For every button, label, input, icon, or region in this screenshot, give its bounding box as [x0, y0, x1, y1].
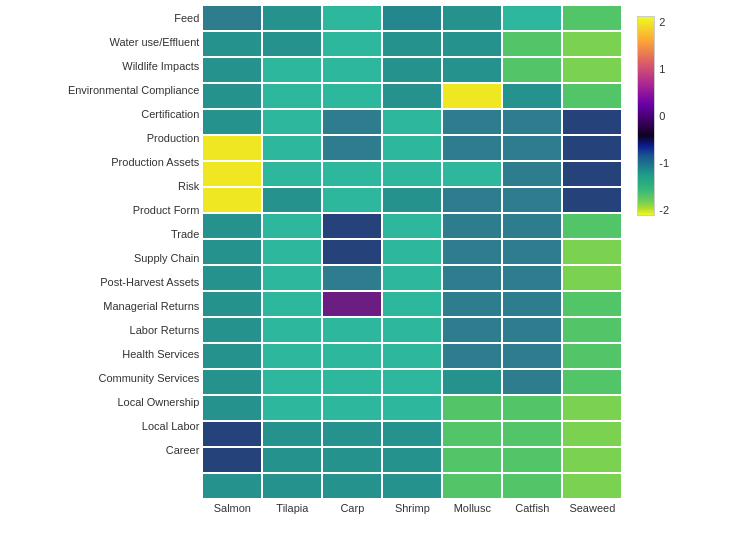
legend-mid1: 1 — [659, 63, 669, 75]
heatmap-cell — [443, 474, 501, 498]
heatmap-cell — [263, 6, 321, 30]
heatmap-cell — [383, 370, 441, 394]
heatmap-cell — [443, 188, 501, 212]
heatmap-cell — [563, 188, 621, 212]
heatmap-cell — [203, 136, 261, 160]
heatmap-cell — [563, 474, 621, 498]
heatmap-cell — [563, 370, 621, 394]
heatmap-cell — [383, 422, 441, 446]
heatmap-cell — [563, 136, 621, 160]
heatmap-cell — [563, 58, 621, 82]
heatmap-cell — [563, 266, 621, 290]
heatmap-cell — [323, 240, 381, 264]
heatmap-cell — [203, 84, 261, 108]
heatmap-cell — [203, 396, 261, 420]
heatmap-cell — [263, 32, 321, 56]
heatmap-cell — [503, 448, 561, 472]
row-label: Production — [68, 126, 199, 150]
heatmap-cell — [263, 344, 321, 368]
heatmap-cell — [383, 136, 441, 160]
col-label: Carp — [323, 502, 381, 514]
heatmap-cell — [383, 162, 441, 186]
heatmap-cell — [503, 318, 561, 342]
chart-container: FeedWater use/EffluentWildlife ImpactsEn… — [68, 0, 669, 540]
heatmap-cell — [263, 188, 321, 212]
heatmap-cell — [203, 292, 261, 316]
heatmap-cell — [563, 214, 621, 238]
heatmap-cell — [323, 396, 381, 420]
heatmap-cell — [263, 214, 321, 238]
heatmap-cell — [503, 474, 561, 498]
heatmap-cell — [563, 344, 621, 368]
heatmap-cell — [383, 240, 441, 264]
heatmap-cell — [563, 32, 621, 56]
row-labels: FeedWater use/EffluentWildlife ImpactsEn… — [68, 6, 203, 462]
heatmap-cell — [563, 448, 621, 472]
row-label: Environmental Compliance — [68, 78, 199, 102]
row-label: Post-Harvest Assets — [68, 270, 199, 294]
legend-max: 2 — [659, 16, 669, 28]
col-label: Tilapia — [263, 502, 321, 514]
heatmap-cell — [563, 6, 621, 30]
heatmap-cell — [263, 318, 321, 342]
row-label: Supply Chain — [68, 246, 199, 270]
heatmap-cell — [443, 448, 501, 472]
heatmap-cell — [383, 344, 441, 368]
heatmap-cell — [503, 188, 561, 212]
row-label: Local Ownership — [68, 390, 199, 414]
heatmap-cell — [203, 32, 261, 56]
heatmap-cell — [503, 136, 561, 160]
heatmap-cell — [503, 110, 561, 134]
heatmap-cell — [503, 214, 561, 238]
heatmap-cell — [203, 214, 261, 238]
heatmap-cell — [203, 266, 261, 290]
heatmap-cell — [563, 84, 621, 108]
row-label: Wildlife Impacts — [68, 54, 199, 78]
row-label: Certification — [68, 102, 199, 126]
heatmap-cell — [323, 136, 381, 160]
heatmap-cell — [263, 136, 321, 160]
heatmap-cell — [203, 318, 261, 342]
heatmap-cell — [383, 188, 441, 212]
heatmap-cell — [443, 6, 501, 30]
row-label: Health Services — [68, 342, 199, 366]
heatmap-cell — [323, 474, 381, 498]
col-label: Shrimp — [383, 502, 441, 514]
col-label: Salmon — [203, 502, 261, 514]
heatmap-cell — [383, 214, 441, 238]
row-label: Trade — [68, 222, 199, 246]
heatmap-cell — [383, 474, 441, 498]
legend-min: -2 — [659, 204, 669, 216]
heatmap-cell — [503, 58, 561, 82]
heatmap-cell — [383, 6, 441, 30]
col-labels: SalmonTilapiaCarpShrimpMolluscCatfishSea… — [203, 502, 623, 514]
heatmap-cell — [263, 240, 321, 264]
heatmap-cell — [443, 136, 501, 160]
heatmap-cell — [383, 110, 441, 134]
heatmap-cell — [203, 58, 261, 82]
heatmap-cell — [383, 266, 441, 290]
row-label: Water use/Effluent — [68, 30, 199, 54]
heatmap-cell — [503, 344, 561, 368]
heatmap-cell — [263, 162, 321, 186]
heatmap-cell — [383, 448, 441, 472]
heatmap-cell — [263, 84, 321, 108]
heatmap-cell — [323, 344, 381, 368]
heatmap-cell — [563, 162, 621, 186]
heatmap-cell — [263, 370, 321, 394]
legend-mid2: 0 — [659, 110, 669, 122]
heatmap-cell — [563, 318, 621, 342]
heatmap-cell — [323, 370, 381, 394]
heatmap-cell — [263, 474, 321, 498]
row-label: Managerial Returns — [68, 294, 199, 318]
heatmap-cell — [323, 58, 381, 82]
heatmap-cell — [563, 110, 621, 134]
heatmap-cell — [263, 266, 321, 290]
heatmap-cell — [203, 344, 261, 368]
heatmap-cell — [323, 32, 381, 56]
heatmap-cell — [263, 110, 321, 134]
legend-mid3: -1 — [659, 157, 669, 169]
row-label: Local Labor — [68, 414, 199, 438]
heatmap-cell — [503, 162, 561, 186]
heatmap-cell — [323, 266, 381, 290]
